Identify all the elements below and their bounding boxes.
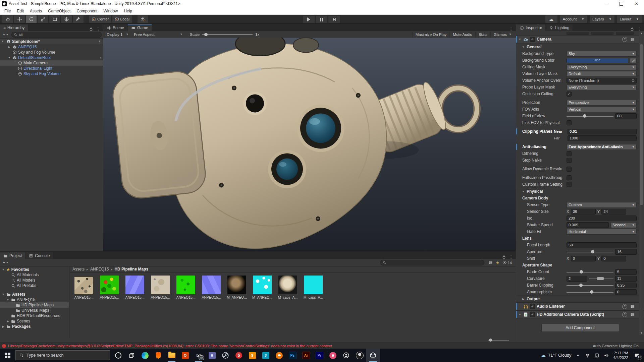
display-dropdown[interactable]: Display 1▼ — [105, 32, 130, 37]
taskbar-quixel-bridge-icon[interactable] — [339, 349, 353, 362]
hierarchy-create-button[interactable]: +▼ — [1, 32, 10, 37]
project-tree-item-universal-maps[interactable]: Universal Maps — [0, 308, 69, 313]
object-picker-icon[interactable]: ⊙ — [632, 78, 635, 83]
project-tree-item-assets[interactable]: ▼Assets — [0, 292, 69, 297]
enabled-checkbox[interactable]: ✓ — [530, 37, 535, 42]
checkbox[interactable] — [567, 175, 572, 180]
game-viewport[interactable] — [103, 38, 516, 251]
dropdown[interactable]: Everything▼ — [567, 84, 637, 90]
hierarchy-search-input[interactable]: All — [11, 32, 102, 38]
asset-item[interactable]: ANPEQ15... — [173, 276, 199, 299]
scroll-down-icon[interactable]: ▼ — [639, 331, 644, 335]
thumbnail-size-slider[interactable] — [488, 339, 509, 342]
layers-dropdown[interactable]: Layers▼ — [589, 15, 614, 23]
foldout-open-icon[interactable]: ▼ — [6, 298, 10, 301]
component-header-camera[interactable]: ▼✓Camera?⋮ — [516, 35, 644, 43]
step-button[interactable] — [328, 15, 340, 23]
hidden-packages-count[interactable]: 14 — [502, 260, 512, 265]
taskbar-photoshop-icon[interactable]: Ps — [286, 349, 299, 362]
dropdown[interactable]: Horizontal▼ — [567, 229, 637, 235]
maximize-button[interactable] — [614, 0, 629, 7]
checkbox[interactable] — [567, 167, 572, 172]
layout-dropdown[interactable]: Layout▼ — [617, 15, 642, 23]
text-field[interactable]: 200 — [567, 216, 637, 221]
play-button[interactable] — [303, 15, 315, 23]
asset-item[interactable]: ANPEQ15... — [122, 276, 148, 299]
taskbar-code-slashes-icon[interactable]: // — [205, 349, 219, 362]
project-tree-item-hdrpdefaultresources[interactable]: HDRPDefaultResources — [0, 313, 69, 318]
checkbox[interactable] — [567, 158, 572, 163]
taskbar-search-input[interactable]: Type here to search — [15, 350, 110, 360]
hierarchy-item-anpeq15[interactable]: ▶ANPEQ15 — [0, 44, 103, 50]
dropdown[interactable]: Custom▼ — [567, 202, 637, 208]
minimize-button[interactable] — [599, 0, 614, 7]
taskbar-file-explorer-icon[interactable] — [165, 349, 178, 362]
account-dropdown[interactable]: Account▼ — [560, 15, 587, 23]
x-field[interactable]: 36 — [571, 209, 596, 215]
rotate-tool[interactable] — [25, 15, 37, 23]
console-error-message[interactable]: Library\PackageCache\com.unity.textmeshp… — [8, 344, 591, 348]
max-field[interactable]: 11 — [615, 276, 637, 282]
project-tree-item-anpeq15[interactable]: ▼ANPEQ15 — [0, 297, 69, 302]
action-center-button[interactable]: 21 — [633, 351, 641, 359]
slider[interactable] — [567, 249, 613, 254]
hierarchy-item-main-camera[interactable]: Main Camera — [0, 60, 103, 66]
tab-lighting[interactable]: Lighting — [546, 24, 573, 31]
tray-chevron-up-icon[interactable] — [576, 353, 581, 358]
hand-tool[interactable] — [2, 15, 13, 23]
slider[interactable] — [567, 114, 613, 119]
breadcrumb-segment[interactable]: Assets — [72, 267, 85, 272]
lock-icon[interactable] — [89, 27, 93, 31]
asset-item[interactable]: M_ANPEQ... — [224, 276, 250, 299]
x-field[interactable]: 0 — [571, 256, 596, 261]
foldout-open-icon[interactable]: ▼ — [7, 56, 11, 59]
checkbox[interactable] — [567, 151, 572, 156]
aspect-dropdown[interactable]: Free Aspect▼ — [132, 32, 184, 37]
component-header-hd-additional-camera-data-script-[interactable]: ▼✓HD Additional Camera Data (Script)?⋮ — [516, 310, 644, 318]
checkbox[interactable]: ✓ — [567, 92, 572, 97]
space-mode-button[interactable]: Local — [112, 15, 132, 23]
chevron-right-icon[interactable]: › — [100, 55, 101, 60]
project-tree-item-all-prefabs[interactable]: All Prefabs — [0, 283, 69, 288]
project-tree-item-hd-pipeline-maps[interactable]: HD Pipeline Maps — [0, 302, 69, 308]
auto-generate-lighting-status[interactable]: Auto Generate Lighting On — [593, 344, 642, 348]
grid-snap-button[interactable] — [137, 15, 149, 23]
foldout-open-icon[interactable]: ▼ — [522, 190, 525, 193]
project-tree-item-packages[interactable]: ▶Packages — [0, 324, 69, 329]
menu-edit[interactable]: Edit — [14, 7, 27, 14]
value-field[interactable]: 60 — [615, 113, 637, 119]
menu-window[interactable]: Window — [100, 7, 121, 14]
dropdown[interactable]: Sky▼ — [567, 51, 637, 57]
scale-tool[interactable] — [37, 15, 49, 23]
foldout-open-icon[interactable]: ▼ — [518, 313, 522, 316]
custom-tool[interactable] — [72, 15, 84, 23]
pause-button[interactable] — [315, 15, 328, 23]
rect-tool[interactable] — [49, 15, 60, 23]
taskbar-obs-studio-icon[interactable] — [353, 349, 366, 362]
wifi-icon[interactable] — [585, 353, 590, 358]
min-field[interactable]: 2 — [567, 276, 587, 282]
asset-item[interactable]: ANPEQ15... — [199, 276, 224, 299]
dropdown[interactable]: Default▼ — [567, 71, 637, 77]
clock[interactable]: 7:17 PM 4/4/2022 — [613, 351, 628, 360]
menu-help[interactable]: Help — [121, 7, 135, 14]
checkbox[interactable] — [567, 120, 572, 125]
lock-icon[interactable] — [502, 255, 506, 259]
dropdown[interactable]: Perspective▼ — [567, 100, 637, 106]
tab-project[interactable]: Project — [0, 252, 25, 259]
taskbar-blender-icon[interactable] — [272, 349, 286, 362]
slider[interactable] — [567, 269, 613, 275]
game-button-stats[interactable]: Stats — [475, 32, 490, 37]
project-create-button[interactable]: +▼ — [1, 260, 10, 265]
game-button-maximize-on-play[interactable]: Maximize On Play — [412, 32, 450, 37]
asset-item[interactable]: M_caps_A... — [301, 276, 326, 299]
favorites-star-icon[interactable]: ★ — [496, 260, 499, 265]
breadcrumb-segment[interactable]: ANPEQ15 — [90, 267, 109, 272]
tab-game[interactable]: Game — [128, 24, 152, 31]
y-field[interactable]: 0 — [601, 256, 626, 261]
taskbar-illustrator-icon[interactable]: Ai — [299, 349, 313, 362]
kebab-menu-icon[interactable]: ⋮ — [509, 27, 513, 31]
text-field[interactable]: 50 — [567, 242, 637, 248]
close-button[interactable]: ✕ — [629, 0, 644, 7]
lock-icon[interactable] — [630, 27, 634, 31]
